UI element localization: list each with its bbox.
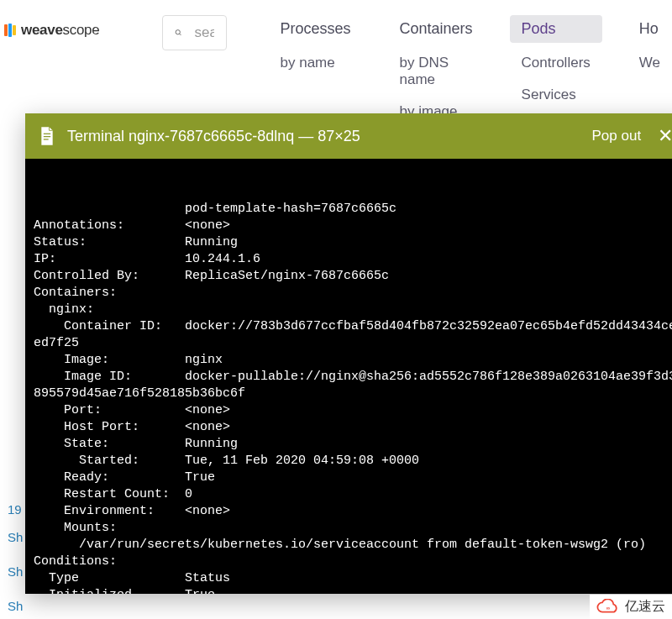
- search-icon: [175, 25, 182, 40]
- app-header: weavescope Processes by name Containers …: [0, 0, 672, 123]
- subnav-by-name[interactable]: by name: [269, 51, 363, 75]
- svg-point-0: [176, 30, 181, 34]
- bg-text-2: Sh: [8, 530, 23, 544]
- terminal-line: Ready: True: [34, 469, 672, 486]
- svg-text:∞: ∞: [606, 604, 611, 610]
- terminal-line: 895579d45ae716f528185b36bc6f: [34, 386, 672, 402]
- tab-pods[interactable]: Pods: [510, 15, 602, 43]
- subnav-partial[interactable]: We: [627, 51, 672, 75]
- weave-logo-icon: [4, 24, 18, 37]
- terminal-line: nginx:: [34, 302, 672, 318]
- terminal-line: /var/run/secrets/kubernetes.io/serviceac…: [34, 537, 672, 553]
- terminal-line: Image ID: docker-pullable://nginx@sha256…: [34, 369, 672, 386]
- close-icon[interactable]: ✕: [653, 127, 672, 145]
- terminal-line: State: Running: [34, 436, 672, 453]
- tab-containers[interactable]: Containers: [388, 15, 485, 43]
- document-icon: [39, 127, 55, 145]
- terminal-line: Host Port: <none>: [34, 419, 672, 436]
- terminal-panel: Terminal nginx-7687c6665c-8dlnq — 87×25 …: [25, 113, 672, 594]
- terminal-header: Terminal nginx-7687c6665c-8dlnq — 87×25 …: [25, 113, 672, 159]
- bg-text-4: Sh: [8, 599, 23, 613]
- terminal-line: Type Status: [34, 570, 672, 587]
- watermark: ∞ 亿速云: [590, 595, 672, 619]
- bg-text-1: 19: [8, 502, 22, 517]
- svg-line-1: [180, 34, 181, 35]
- terminal-overlay: Terminal nginx-7687c6665c-8dlnq — 87×25 …: [25, 113, 672, 594]
- tab-processes[interactable]: Processes: [269, 15, 363, 43]
- terminal-line: Status: Running: [34, 234, 672, 251]
- logo-text-bold: weave: [21, 22, 63, 38]
- watermark-text: 亿速云: [625, 598, 665, 616]
- terminal-line: Environment: <none>: [34, 503, 672, 520]
- subnav-controllers[interactable]: Controllers: [510, 51, 602, 75]
- popout-button[interactable]: Pop out: [592, 128, 642, 144]
- logo: weavescope: [4, 15, 99, 39]
- logo-text-light: scope: [63, 22, 100, 38]
- terminal-line: Started: Tue, 11 Feb 2020 04:59:08 +0000: [34, 453, 672, 469]
- search-input[interactable]: [194, 24, 213, 41]
- terminal-line: Image: nginx: [34, 352, 672, 369]
- cloud-icon: ∞: [596, 599, 620, 616]
- subnav-by-dns-name[interactable]: by DNS name: [388, 51, 485, 92]
- search-box[interactable]: [162, 15, 226, 50]
- terminal-line: Port: <none>: [34, 402, 672, 419]
- terminal-line: Container ID: docker://783b3d677ccfbaf58…: [34, 318, 672, 335]
- subnav-services[interactable]: Services: [510, 83, 602, 107]
- svg-rect-3: [44, 136, 50, 137]
- terminal-line: Controlled By: ReplicaSet/nginx-7687c666…: [34, 268, 672, 285]
- terminal-line: Restart Count: 0: [34, 486, 672, 503]
- terminal-line: Containers:: [34, 285, 672, 302]
- terminal-line: pod-template-hash=7687c6665c: [34, 201, 672, 218]
- svg-rect-2: [44, 134, 50, 134]
- terminal-body[interactable]: pod-template-hash=7687c6665cAnnotations:…: [25, 159, 672, 594]
- terminal-line: Annotations: <none>: [34, 218, 672, 234]
- tab-hosts-partial[interactable]: Ho: [627, 15, 672, 43]
- terminal-title: Terminal nginx-7687c6665c-8dlnq — 87×25: [67, 128, 580, 145]
- terminal-line: ed7f25: [34, 335, 672, 352]
- terminal-line: Conditions:: [34, 553, 672, 570]
- bg-text-3: Sh: [8, 564, 23, 579]
- svg-rect-4: [44, 139, 49, 139]
- main-nav: Processes by name Containers by DNS name…: [269, 15, 673, 123]
- terminal-line: Mounts:: [34, 520, 672, 537]
- terminal-line: IP: 10.244.1.6: [34, 251, 672, 268]
- terminal-line: Initialized True: [34, 587, 672, 594]
